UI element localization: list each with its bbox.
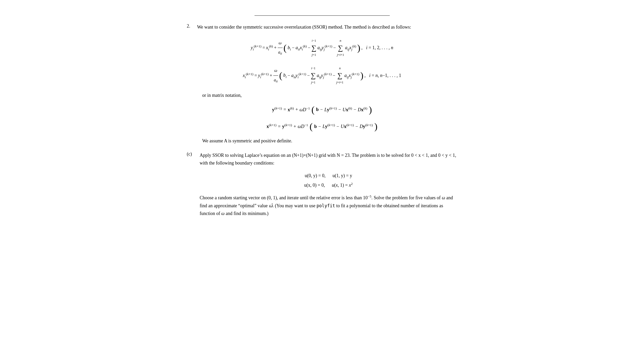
sum-3: i−1 ∑ j=1 (311, 65, 316, 86)
part-c-text2: Choose a random starting vector on (0, 1… (200, 194, 457, 218)
equation-1: yi(k+1) = xi(k) + ω aii ( bi − aiixi(k) (251, 37, 393, 58)
matrix-eq-1: y(k+1) = x(k) + ωD−1 ( b − Ly(k+1) − Ux(… (187, 105, 457, 115)
boundary-conditions: u(0, y) = 0, u(1, y) = y u(x, 0) = 0, u(… (200, 171, 457, 190)
equation-2-block: xi(k+1) = yi(k+1) + ω aii ( bi − aiiyi(k… (187, 65, 457, 86)
top-rule (255, 15, 390, 16)
frac-omega-aii-2: ω aii (273, 66, 278, 85)
matrix-eq-2: x(k+1) = y(k+1) + ωD−1 ( b − Ly(k+1) − U… (187, 121, 457, 132)
problem-number: 2. (187, 23, 197, 29)
equation-1-block: yi(k+1) = xi(k) + ω aii ( bi − aiixi(k) (187, 37, 457, 58)
sum-1: i−1 ∑ j=1 (311, 37, 316, 58)
problem-intro-text: We want to consider the symmetric succes… (197, 23, 411, 31)
bc2-right: u(x, 1) = x2 (332, 183, 353, 188)
frac-omega-aii: ω aii (278, 39, 283, 57)
assume-text: We assume A is symmetric and positive de… (202, 138, 442, 144)
notation-text: or in matrix notation, (202, 93, 442, 98)
equation-2: xi(k+1) = yi(k+1) + ω aii ( bi − aiiyi(k… (243, 65, 401, 86)
part-c-content: Apply SSOR to solving Laplace’s equation… (200, 151, 457, 218)
lhs-y: yi(k+1) (251, 42, 261, 53)
sum-2: n ∑ j=i+1 (337, 37, 344, 58)
part-c-text1: Apply SSOR to solving Laplace’s equation… (200, 151, 457, 167)
bc2-left: u(x, 0) = 0, (304, 183, 325, 188)
part-c-header: (c) Apply SSOR to solving Laplace’s equa… (187, 151, 457, 218)
page-content: 2. We want to consider the symmetric suc… (176, 10, 468, 230)
bc1-left: u(0, y) = 0, (305, 173, 326, 178)
problem-header: 2. We want to consider the symmetric suc… (187, 23, 457, 31)
bc1-right: u(1, y) = y (333, 173, 352, 178)
bc-row-1: u(0, y) = 0, u(1, y) = y (200, 171, 457, 180)
part-c-label: (c) (187, 151, 200, 157)
bc-row-2: u(x, 0) = 0, u(x, 1) = x2 (200, 180, 457, 190)
part-c: (c) Apply SSOR to solving Laplace’s equa… (187, 151, 457, 218)
sum-4: n ∑ j=i+1 (336, 65, 344, 86)
problem-2: 2. We want to consider the symmetric suc… (187, 23, 457, 218)
